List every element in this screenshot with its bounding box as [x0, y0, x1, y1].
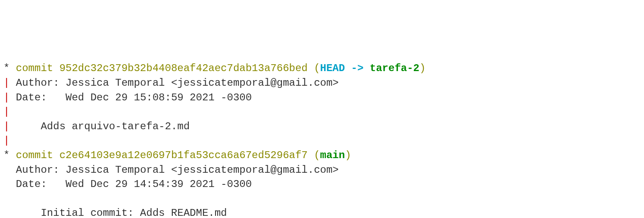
graph-pipe: |	[3, 92, 9, 103]
branch-ref: main	[320, 149, 345, 161]
date-line: | Date: Wed Dec 29 15:08:59 2021 -0300	[3, 90, 641, 105]
refs-open-paren: (	[314, 62, 320, 74]
message-line: | Adds arquivo-tarefa-2.md	[3, 119, 641, 134]
graph-pipe: |	[3, 121, 9, 132]
commit-header-line: * commit 952dc32c379b32b4408eaf42aec7dab…	[3, 61, 641, 76]
commit-keyword: commit	[16, 149, 53, 161]
refs-close-paren: )	[419, 62, 425, 74]
graph-pipe: |	[3, 135, 9, 146]
head-ref: HEAD ->	[320, 62, 370, 74]
graph-star: *	[3, 62, 9, 74]
author-value: Jessica Temporal <jessicatemporal@gmail.…	[66, 164, 339, 176]
author-value: Jessica Temporal <jessicatemporal@gmail.…	[66, 77, 339, 89]
refs-open-paren: (	[314, 149, 320, 161]
commit-hash: c2e64103e9a12e0697b1fa53cca6a67ed5296af7	[59, 149, 308, 161]
commit-header-line: * commit c2e64103e9a12e0697b1fa53cca6a67…	[3, 148, 641, 163]
graph-star: *	[3, 149, 9, 161]
author-label: Author:	[16, 164, 59, 176]
git-log-output: * commit 952dc32c379b32b4408eaf42aec7dab…	[3, 61, 641, 218]
commit-keyword: commit	[16, 62, 53, 74]
branch-ref: tarefa-2	[370, 62, 419, 74]
author-label: Author:	[16, 77, 59, 89]
blank-line	[3, 192, 641, 206]
refs-close-paren: )	[345, 149, 351, 161]
date-value: Wed Dec 29 14:54:39 2021 -0300	[66, 178, 252, 190]
author-line: | Author: Jessica Temporal <jessicatempo…	[3, 76, 641, 90]
message-line: Initial commit: Adds README.md	[3, 206, 641, 218]
date-value: Wed Dec 29 15:08:59 2021 -0300	[66, 92, 252, 103]
commit-message: Adds arquivo-tarefa-2.md	[41, 121, 190, 132]
date-label: Date:	[16, 92, 47, 103]
author-line: Author: Jessica Temporal <jessicatempora…	[3, 163, 641, 178]
date-line: Date: Wed Dec 29 14:54:39 2021 -0300	[3, 177, 641, 192]
commit-hash: 952dc32c379b32b4408eaf42aec7dab13a766bed	[59, 62, 308, 74]
graph-pipe: |	[3, 106, 9, 118]
date-label: Date:	[16, 178, 47, 190]
commit-message: Initial commit: Adds README.md	[41, 207, 227, 218]
graph-pipe: |	[3, 77, 9, 89]
blank-line: |	[3, 134, 641, 148]
blank-line: |	[3, 105, 641, 119]
